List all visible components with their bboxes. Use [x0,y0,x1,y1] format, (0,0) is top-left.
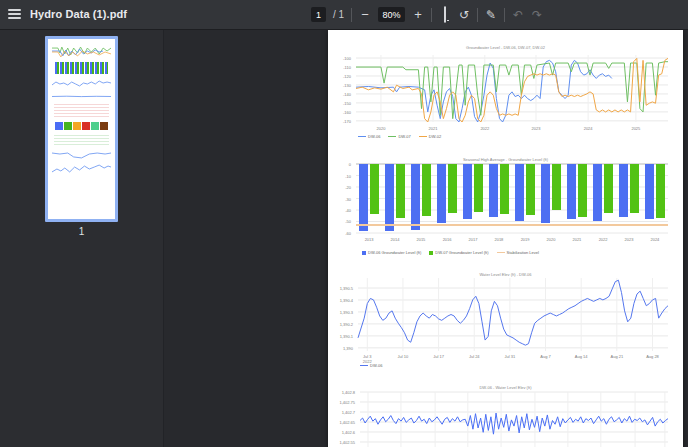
chart-legend: DW-06 [360,363,382,368]
bar [411,164,420,230]
divider [431,8,432,22]
thumbnail-mini-chart [52,149,111,159]
thumbnail-mini-chart [52,78,111,89]
bar [578,164,587,217]
bar [448,164,457,213]
chart-title: Seasonal High Average - Groundwater Leve… [328,157,683,162]
pdf-viewer-window: Hydro Data (1).pdf 1 / 1 − 80% + ↺ ✎ ↶ ↷ [0,0,688,447]
undo-icon: ↶ [513,8,523,22]
thumbnail-mini-bars [55,62,108,74]
seasonal-average-bar-chart: Seasonal High Average - Groundwater Leve… [328,157,683,287]
fit-page-icon [444,6,446,23]
chart-title: Water Level Elev (ft) - DW-06 [328,272,683,277]
menu-button[interactable] [8,9,21,19]
fit-page-button[interactable] [439,8,451,21]
thumbnail-mini-chart [52,45,111,58]
bar [630,164,639,213]
bar [645,164,654,219]
zoom-level-input[interactable]: 80% [378,7,405,22]
divider [351,8,352,22]
bar [463,164,472,219]
chart-title: DW-06 - Water Level Elev (ft) [328,385,683,390]
thumbnail-page-number: 1 [79,226,85,237]
plot-area [356,164,668,233]
bar [619,164,628,217]
x-axis-labels: Jul 32022Jul 10Jul 17Jul 24Jul 31Aug 7Au… [358,354,668,364]
zoom-out-button[interactable]: − [359,8,371,21]
thumbnail-mini-grid [54,134,109,145]
pdf-toolbar: Hydro Data (1).pdf 1 / 1 − 80% + ↺ ✎ ↶ ↷ [0,0,688,30]
thumbnail-mini-table [54,104,109,117]
hamburger-icon [8,9,21,11]
pdf-page: Groundwater Level - DW-06, DW-07, DW-02 … [328,30,683,447]
undo-button[interactable]: ↶ [512,8,524,22]
plot-area [356,55,668,122]
rotate-button[interactable]: ↺ [458,8,470,22]
bar [552,164,561,210]
bar [500,164,509,214]
page-thumbnail[interactable] [45,36,118,222]
bar [567,164,576,219]
bar [515,164,524,221]
y-axis-labels: 1,402.81,402.751,402.71,402.651,402.61,4… [328,392,358,447]
document-title: Hydro Data (1).pdf [30,0,127,29]
divider [504,8,505,22]
bar [593,164,602,221]
bar [541,164,550,223]
thumbnail-mini-chart [52,93,111,100]
thumbnail-panel: 1 [0,30,164,447]
bar [604,164,613,213]
bar [396,164,405,218]
thumbnail-mini-chart [52,163,111,175]
groundwater-level-line-chart: Groundwater Level - DW-06, DW-07, DW-02 … [328,45,683,170]
toolbar-controls: 1 / 1 − 80% + ↺ ✎ ↶ ↷ [311,0,543,29]
water-level-line-chart: Water Level Elev (ft) - DW-06 1,390.51,3… [328,272,683,397]
rotate-ccw-icon: ↺ [459,8,469,22]
divider [477,8,478,22]
chart-legend: DW-06DW-07DW-02 [358,134,441,139]
x-axis-labels: 2013201420152016201720182019202020212022… [356,237,668,247]
bar [489,164,498,217]
pen-icon: ✎ [486,8,496,22]
page-number-input[interactable]: 1 [311,7,326,22]
stabilization-line [356,224,668,226]
bar [656,164,665,218]
thumbnail-color-swatches [52,121,111,130]
pdf-viewport[interactable]: Groundwater Level - DW-06, DW-07, DW-02 … [164,30,688,447]
page-count-label: / 1 [333,9,344,20]
chart-title: Groundwater Level - DW-06, DW-07, DW-02 [328,45,683,50]
bar [437,164,446,223]
thumbnail-preview [48,39,115,219]
bar [526,164,535,215]
bar [359,164,368,231]
water-level-noisy-line-chart: DW-06 - Water Level Elev (ft) 1,402.81,4… [328,385,683,447]
plot-area [358,278,668,351]
bar [370,164,379,214]
y-axis-labels: -100-110-120-130-140-150-160-170 [328,55,354,122]
annotate-button[interactable]: ✎ [485,8,497,22]
plot-area [360,392,668,447]
redo-icon: ↷ [532,8,542,22]
bar [385,164,394,231]
bar [422,164,431,216]
redo-button[interactable]: ↷ [531,8,543,22]
y-axis-labels: 0-10-20-30-40-50-60 [328,164,354,233]
zoom-in-button[interactable]: + [412,8,424,21]
y-axis-labels: 1,390.51,390.41,390.31,390.21,390.11,390 [328,278,356,351]
bar [474,164,483,212]
chart-legend: DW-06 Groundwater Level (ft)DW-07 Ground… [362,250,539,255]
